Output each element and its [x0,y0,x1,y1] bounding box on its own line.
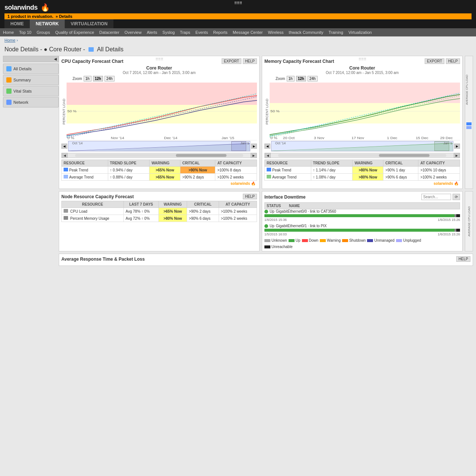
cpu-zoom-1h[interactable]: 1h [84,76,91,81]
cpu-help-btn[interactable]: HELP [243,58,257,64]
iface2-status-dot [264,224,268,228]
res-help-btn[interactable]: HELP [243,194,257,199]
right-side-label-2: AVERAGE CPU LOAD [467,193,471,250]
iface-col-name: NAME [289,204,300,208]
mem-scrollbar[interactable]: ◀ ▶ [264,153,460,158]
right-check-1 [466,122,472,125]
mem-col-critical: CRITICAL [383,160,418,167]
menu-qoe[interactable]: Quality of Experience [55,29,94,35]
mem-chart-container: PERCENT LOAD [264,83,460,141]
sidebar-item-network-label: Network [13,100,28,104]
iface-refresh-btn[interactable]: ⟳ [453,194,460,200]
iface1-status-label: Up [270,209,274,213]
menu-home[interactable]: Home [3,29,14,35]
cpu-scrollbar-thumb[interactable] [176,154,226,157]
menu-reports[interactable]: Reports [213,29,228,35]
avg-help-btn[interactable]: HELP [456,256,470,262]
res-col-last7: LAST 7 DAYS [123,201,159,208]
iface2-end: 1/6/2015 15:26 [438,232,460,236]
iface-legend: Unknown Up Down Warning [264,238,460,242]
svg-text:Nov '14: Nov '14 [111,136,124,140]
menu-syslog[interactable]: Syslog [163,29,175,35]
iface1-bar [264,214,460,217]
menu-virtualization[interactable]: Virtualization [348,29,372,35]
menu-wireless[interactable]: Wireless [268,29,283,35]
cpu-export-btn[interactable]: EXPORT [222,58,241,64]
eval-text: 1 product in evaluation. [7,14,53,19]
menu-thwack[interactable]: thwack Community [289,29,324,35]
mem-scroll-right[interactable]: ▶ [454,144,460,149]
breadcrumb-home[interactable]: Home [4,38,15,42]
cpu-zoom-24h[interactable]: 24h [104,76,115,81]
legend-up: Up [289,238,300,242]
tab-home[interactable]: HOME [4,19,30,28]
menu-training[interactable]: Training [329,29,343,35]
mem-scroll-left[interactable]: ◀ [264,144,270,149]
details-link[interactable]: » Details [55,14,72,19]
tab-network[interactable]: NETWORK [30,19,65,28]
svg-rect-12 [270,103,460,123]
menu-groups[interactable]: Groups [36,29,50,35]
sidebar-item-summary[interactable]: Summary [3,75,59,85]
menu-traps[interactable]: Traps [180,29,190,35]
legend-up-label: Up [296,238,300,242]
sidebar-collapse-btn[interactable]: ◀ [3,56,59,62]
iface-col-status: STATUS [267,204,289,208]
menu-message-center[interactable]: Message Center [233,29,263,35]
cpu-chart-container: PERCENT LOAD [61,83,257,141]
res-row2-last7: Avg 72% ↑ 0% [123,215,159,222]
cpu-drag-handle[interactable]: ⠿⠿⠿ [155,57,163,61]
mem-zoom-12h[interactable]: 12h [296,76,306,81]
mem-zoom-1h[interactable]: 1h [287,76,295,81]
cpu-forecast-table: RESOURCE TREND SLOPE WARNING CRITICAL AT… [61,160,257,181]
mem-chart-subtitle: Oct 7 2014, 12:00 am - Jan 5 2015, 3:00 … [264,71,460,75]
menu-bar: Home Top 10 Groups Quality of Experience… [0,28,476,36]
mem-drag-handle[interactable]: ⠿⠿⠿ [358,57,366,61]
legend-warning: Warning [320,238,341,242]
iface1-status-row: Up GigabitEthernet0/0 · link to CAT3560 [264,209,460,213]
mem-zoom-24h[interactable]: 24h [308,76,318,81]
svg-rect-1 [67,105,257,123]
table-row: Percent Memory Usage Avg 72% ↑ 0% >80% N… [62,215,257,222]
menu-datacenter[interactable]: Datacenter [99,29,119,35]
cpu-row1-critical: >90% Now [180,167,215,174]
sidebar-item-vital-stats[interactable]: Vital Stats [3,86,59,96]
iface2-start: 1/5/2015 16:03 [264,232,287,236]
cpu-scroll-left[interactable]: ◀ [61,144,67,149]
mem-export-btn[interactable]: EXPORT [425,58,444,64]
iface2-status-label: Up [270,224,274,228]
menu-overview[interactable]: Overview [125,29,142,35]
mem-forecast-table: RESOURCE TREND SLOPE WARNING CRITICAL AT… [264,160,460,181]
res-row1-critical: >90% 2 days [187,208,219,215]
menu-events[interactable]: Events [196,29,208,35]
cpu-load-icon [64,209,68,213]
resource-table: RESOURCE LAST 7 DAYS WARNING CRITICAL AT… [61,201,257,222]
tab-virtualization[interactable]: VIRTUALIZATION [65,19,113,28]
res-row2-warning: >80% Now [159,215,187,222]
avg-drag-handle[interactable]: ⠿⠿⠿ [234,1,242,5]
cpu-scrollbar-right[interactable]: ▶ [251,153,257,158]
mem-scrollbar-left[interactable]: ◀ [265,153,271,158]
cpu-scrollbar-track [75,154,243,157]
cpu-mini-svg [68,141,250,151]
sw-logo-mem: solarwinds [434,181,453,186]
sidebar-item-network[interactable]: Network [3,97,59,107]
mem-scrollbar-thumb[interactable] [379,154,430,157]
sidebar-item-vital-stats-label: Vital Stats [13,89,32,93]
svg-text:29 Dec: 29 Dec [440,136,453,140]
iface-search-input[interactable] [421,194,451,200]
mem-help-btn[interactable]: HELP [446,58,460,64]
cpu-scrollbar-left[interactable]: ◀ [62,153,68,158]
cpu-scrollbar[interactable]: ◀ ▶ [61,153,257,158]
mem-footer: solarwinds 🔥 [264,181,460,186]
sidebar-item-all-details[interactable]: All Details [3,64,59,74]
mem-row2-critical: >90% 6 days [383,174,418,181]
cpu-scroll-right[interactable]: ▶ [251,144,257,149]
cpu-zoom-12h[interactable]: 12h [93,76,103,81]
mem-scrollbar-right[interactable]: ▶ [454,153,460,158]
menu-top10[interactable]: Top 10 [19,29,31,35]
cpu-mini-xmax: Jan '1 [240,141,249,145]
menu-alerts[interactable]: Alerts [147,29,157,35]
page-title-suffix: All Details [97,46,123,53]
breadcrumb: Home › [0,36,476,44]
